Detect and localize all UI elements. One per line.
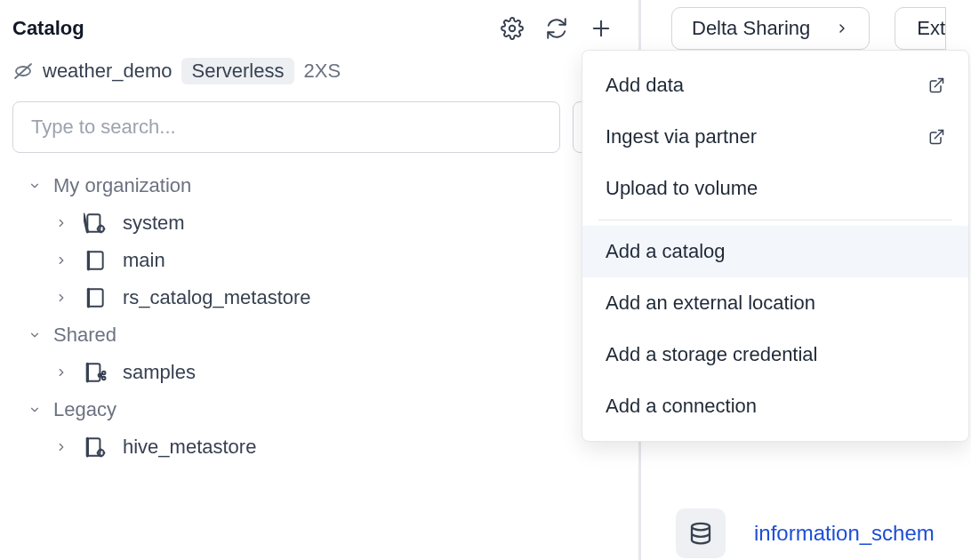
tree-item-main[interactable]: main [12,242,626,279]
menu-item-label: Add an external location [606,292,815,315]
detail-header-tabs: Delta Sharing Ext [641,0,971,57]
database-icon [687,520,714,547]
catalog-system-icon [84,436,107,459]
menu-item-label: Ingest via partner [606,125,757,148]
add-button[interactable] [589,16,614,41]
menu-add-a-catalog[interactable]: Add a catalog [582,226,968,277]
catalog-share-icon [84,361,107,384]
menu-item-label: Add data [606,74,684,97]
bottom-peek-row: information_schem [676,508,935,558]
catalog-icon [84,249,107,272]
svg-rect-13 [87,364,100,381]
chevron-down-icon [28,327,41,343]
settings-button[interactable] [500,16,525,41]
compute-size: 2XS [303,60,341,83]
tree-group-label: Shared [53,324,116,347]
svg-point-0 [510,26,516,32]
search-row [12,101,626,153]
tree-item-label: main [123,249,165,272]
svg-line-19 [101,376,103,377]
refresh-icon [545,17,568,40]
tree-item-samples[interactable]: samples [12,354,626,391]
compute-selector[interactable]: weather_demo Serverless 2XS [12,50,626,92]
panel-header-actions [500,16,626,41]
gear-icon [501,17,524,40]
catalog-panel: Catalog weather_demo Serverless 2XS [0,0,638,560]
chevron-right-icon [55,365,68,380]
menu-ingest-via-partner[interactable]: Ingest via partner [582,111,968,163]
tree-group-label: Legacy [53,398,116,421]
catalog-icon [84,286,107,309]
svg-line-23 [935,79,943,87]
tree-item-label: hive_metastore [123,436,256,459]
compute-type-badge: Serverless [181,58,295,84]
svg-rect-9 [88,252,102,269]
chevron-right-icon [55,291,68,305]
external-link-icon [927,128,945,146]
tree-item-hive-metastore[interactable]: hive_metastore [12,428,626,466]
tree-group-legacy[interactable]: Legacy [12,391,626,428]
svg-rect-11 [88,289,102,307]
menu-add-a-connection[interactable]: Add a connection [582,380,968,432]
tree-item-rs-catalog-metastore[interactable]: rs_catalog_metastore [12,279,626,316]
pill-label: Ext [917,17,945,39]
schema-chip[interactable] [676,508,726,558]
catalog-system-icon [84,212,107,235]
chevron-right-icon [55,253,68,268]
chevron-right-icon [55,216,68,230]
menu-separator [598,220,952,220]
tab-external[interactable]: Ext [895,7,946,50]
external-link-icon [927,76,945,94]
information-schema-link[interactable]: information_schem [754,521,935,546]
panel-header: Catalog [12,7,626,50]
serverless-icon [12,60,34,82]
tree-group-shared[interactable]: Shared [12,316,626,354]
menu-add-external-location[interactable]: Add an external location [582,277,968,329]
tree-item-system[interactable]: system [12,204,626,242]
pill-label: Delta Sharing [692,17,810,40]
svg-point-25 [692,524,710,531]
tab-delta-sharing[interactable]: Delta Sharing [671,7,870,50]
tree-group-label: My organization [53,174,191,197]
search-input[interactable] [12,101,560,153]
chevron-down-icon [28,402,41,418]
compute-name: weather_demo [43,60,173,83]
tree-item-label: system [123,212,185,235]
menu-add-storage-credential[interactable]: Add a storage credential [582,329,968,380]
svg-line-18 [101,373,103,374]
tree-group-my-organization[interactable]: My organization [12,167,626,204]
catalog-tree: My organization system main [12,167,626,466]
tree-item-label: rs_catalog_metastore [123,286,311,309]
menu-item-label: Add a storage credential [606,343,818,366]
svg-line-24 [935,131,943,139]
panel-title: Catalog [12,17,84,40]
menu-item-label: Add a catalog [606,240,726,263]
menu-upload-to-volume[interactable]: Upload to volume [582,163,968,214]
menu-item-label: Add a connection [606,395,757,418]
add-dropdown-menu: Add data Ingest via partner Upload to vo… [582,50,969,442]
chevron-right-icon [55,440,68,454]
menu-item-label: Upload to volume [606,177,758,200]
menu-add-data[interactable]: Add data [582,60,968,111]
chevron-right-icon [835,21,849,36]
chevron-down-icon [28,178,41,194]
tree-item-label: samples [123,361,196,384]
plus-icon [589,16,614,41]
refresh-button[interactable] [544,16,569,41]
